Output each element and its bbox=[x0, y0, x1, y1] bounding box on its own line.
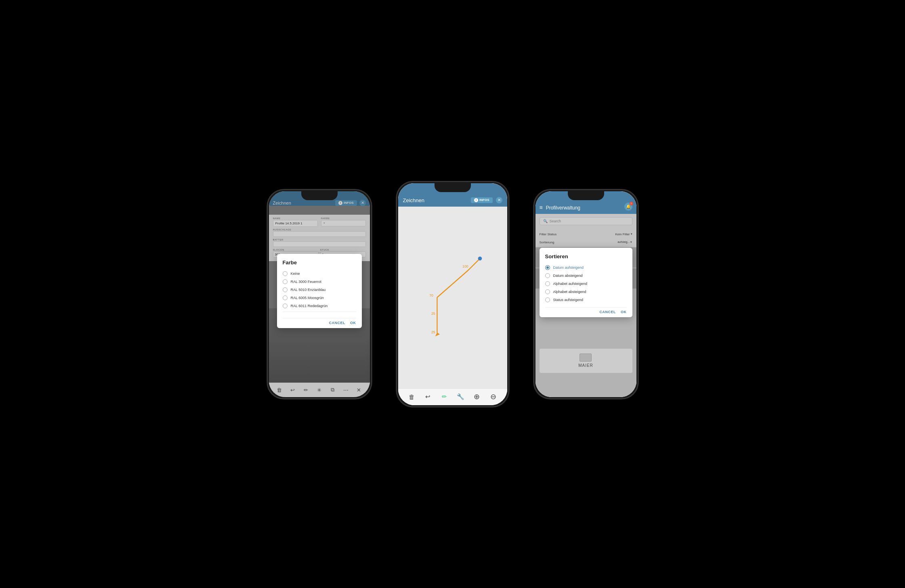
phone-2-content: Zeichnen i INFOS ✕ bbox=[398, 183, 507, 405]
radio-alphabet-aufsteigend-circle bbox=[545, 281, 550, 286]
radio-ral6011-circle bbox=[283, 303, 288, 308]
radio-status-aufsteigend[interactable]: Status aufsteigend bbox=[545, 296, 627, 304]
radio-keine-label: Keine bbox=[291, 272, 300, 276]
phone-1: Zeichnen i INFOS ✕ NAME Profile bbox=[267, 189, 372, 399]
radio-ral5010-circle bbox=[283, 287, 288, 292]
radio-status-aufsteigend-label: Status aufsteigend bbox=[553, 298, 584, 302]
radio-datum-absteigend-circle bbox=[545, 273, 550, 278]
radio-alphabet-absteigend-label: Alphabet absteigend bbox=[553, 290, 586, 294]
phone2-add-icon[interactable]: ⊕ bbox=[472, 392, 481, 401]
phone-2-inner: Zeichnen i INFOS ✕ bbox=[398, 183, 507, 405]
phone-1-content: Zeichnen i INFOS ✕ NAME Profile bbox=[269, 191, 370, 397]
phone2-close-button[interactable]: ✕ bbox=[496, 197, 502, 203]
radio-alphabet-aufsteigend[interactable]: Alphabet aufsteigend bbox=[545, 280, 627, 288]
radio-datum-aufsteigend-circle bbox=[545, 265, 550, 270]
drawing-svg: 100 70 25 25 bbox=[398, 207, 507, 388]
drawing-canvas[interactable]: 100 70 25 25 bbox=[398, 207, 507, 388]
radio-ral6005[interactable]: RAL 6005 Moosgrün bbox=[283, 294, 356, 302]
radio-alphabet-absteigend-circle bbox=[545, 289, 550, 294]
radio-ral6011-label: RAL 6011 Rededagrün bbox=[291, 304, 328, 308]
radio-datum-absteigend[interactable]: Datum absteigend bbox=[545, 272, 627, 280]
phone2-infos-button[interactable]: i INFOS bbox=[471, 197, 492, 203]
phone-3-title: Profilverwaltung bbox=[546, 205, 622, 211]
svg-point-0 bbox=[478, 256, 482, 260]
farbe-dialog-actions: CANCEL OK bbox=[283, 318, 356, 325]
radio-ral5010-label: RAL 5010 Enzianblau bbox=[291, 288, 326, 292]
phone2-remove-icon[interactable]: ⊖ bbox=[489, 392, 498, 401]
radio-status-aufsteigend-circle bbox=[545, 297, 550, 302]
svg-text:25: 25 bbox=[431, 312, 435, 316]
radio-alphabet-aufsteigend-label: Alphabet aufsteigend bbox=[553, 282, 588, 286]
radio-alphabet-absteigend[interactable]: Alphabet absteigend bbox=[545, 288, 627, 296]
phone-3: ≡ Profilverwaltung 🔔 1 🔍 Search bbox=[533, 189, 638, 399]
farbe-dialog-title: Farbe bbox=[283, 259, 356, 266]
hamburger-icon[interactable]: ≡ bbox=[540, 204, 543, 211]
radio-datum-aufsteigend[interactable]: Datum aufsteigend bbox=[545, 264, 627, 272]
radio-keine[interactable]: Keine bbox=[283, 270, 356, 278]
farbe-ok-button[interactable]: OK bbox=[350, 321, 356, 325]
radio-datum-aufsteigend-label: Datum aufsteigend bbox=[553, 266, 584, 270]
radio-ral3000[interactable]: RAL 3000 Feuerrot bbox=[283, 278, 356, 286]
phones-container: Zeichnen i INFOS ✕ NAME Profile bbox=[0, 181, 905, 407]
sortieren-ok-button[interactable]: OK bbox=[621, 310, 627, 314]
radio-keine-circle bbox=[283, 271, 288, 276]
phone-3-notch bbox=[568, 191, 604, 200]
sortieren-dialog-actions: CANCEL OK bbox=[545, 307, 627, 314]
phone-2-toolbar: 🗑 ↩ ✏ 🔧 ⊕ ⊖ bbox=[398, 388, 507, 405]
phone2-undo-icon[interactable]: ↩ bbox=[424, 392, 433, 401]
phone-3-inner: ≡ Profilverwaltung 🔔 1 🔍 Search bbox=[535, 191, 636, 397]
radio-ral6011[interactable]: RAL 6011 Rededagrün bbox=[283, 302, 356, 310]
radio-ral6005-label: RAL 6005 Moosgrün bbox=[291, 296, 324, 300]
phone2-infos-label: INFOS bbox=[479, 198, 489, 202]
sortieren-dialog-title: Sortieren bbox=[545, 253, 627, 259]
svg-text:100: 100 bbox=[462, 264, 468, 268]
radio-ral6005-circle bbox=[283, 295, 288, 300]
phone-2-header-right: i INFOS ✕ bbox=[471, 197, 502, 203]
radio-ral5010[interactable]: RAL 5010 Enzianblau bbox=[283, 286, 356, 294]
badge-count: 1 bbox=[630, 202, 633, 205]
sortieren-cancel-button[interactable]: CANCEL bbox=[600, 310, 616, 314]
radio-datum-absteigend-label: Datum absteigend bbox=[553, 274, 583, 278]
radio-ral3000-label: RAL 3000 Feuerrot bbox=[291, 280, 321, 284]
phone2-info-icon: i bbox=[474, 198, 478, 202]
svg-text:70: 70 bbox=[429, 293, 433, 297]
farbe-dialog: Farbe Keine RAL 3000 Feuerrot RAL 5010 E… bbox=[277, 254, 362, 328]
phone-1-notch bbox=[301, 191, 338, 200]
phone2-wrench-icon[interactable]: 🔧 bbox=[456, 392, 465, 401]
radio-ral3000-circle bbox=[283, 279, 288, 284]
notification-badge[interactable]: 🔔 1 bbox=[624, 203, 632, 211]
phone-2: Zeichnen i INFOS ✕ bbox=[396, 181, 509, 407]
phone-3-content: ≡ Profilverwaltung 🔔 1 🔍 Search bbox=[535, 191, 636, 397]
sortieren-dialog: Sortieren Datum aufsteigend Datum abstei… bbox=[540, 248, 632, 317]
svg-text:25: 25 bbox=[431, 330, 435, 334]
phone-1-inner: Zeichnen i INFOS ✕ NAME Profile bbox=[269, 191, 370, 397]
phone2-delete-icon[interactable]: 🗑 bbox=[407, 392, 416, 401]
farbe-cancel-button[interactable]: CANCEL bbox=[329, 321, 346, 325]
phone-2-notch bbox=[435, 183, 471, 192]
phone2-edit-icon[interactable]: ✏ bbox=[440, 392, 449, 401]
phone-2-title: Zeichnen bbox=[403, 197, 471, 203]
